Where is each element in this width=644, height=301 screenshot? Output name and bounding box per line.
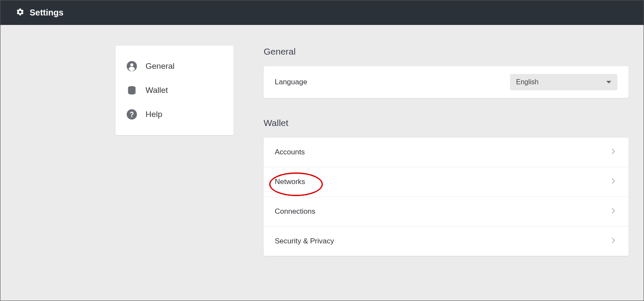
language-label: Language	[275, 78, 307, 86]
row-label: Networks	[275, 178, 305, 186]
language-row: Language English	[264, 66, 629, 98]
general-panel: Language English	[264, 66, 629, 98]
main-container: General Wallet Help General Language Eng…	[0, 25, 644, 256]
page-title: Settings	[30, 8, 64, 18]
caret-down-icon	[606, 81, 611, 83]
sidebar-item-label: Help	[146, 110, 162, 119]
chevron-right-icon	[609, 177, 617, 187]
wallet-row-security[interactable]: Security & Privacy	[264, 227, 629, 256]
language-value: English	[516, 78, 538, 86]
language-dropdown[interactable]: English	[510, 74, 617, 90]
chevron-right-icon	[609, 206, 617, 217]
sidebar-item-general[interactable]: General	[115, 54, 234, 78]
wallet-row-networks[interactable]: Networks	[264, 167, 629, 197]
chevron-right-icon	[609, 147, 617, 157]
sidebar-item-label: General	[146, 61, 175, 71]
app-header: Settings	[0, 0, 644, 25]
row-label: Security & Privacy	[275, 237, 334, 246]
wallet-panel: Accounts Networks Connections Security &…	[264, 138, 629, 256]
wallet-row-connections[interactable]: Connections	[264, 197, 629, 227]
sidebar-item-label: Wallet	[146, 86, 168, 95]
content-area: General Language English Wallet Accounts…	[264, 46, 629, 256]
stack-icon	[126, 84, 138, 96]
sidebar: General Wallet Help	[115, 46, 234, 135]
row-label: Connections	[275, 207, 316, 216]
row-label: Accounts	[275, 148, 305, 157]
wallet-row-accounts[interactable]: Accounts	[264, 138, 629, 167]
sidebar-item-help[interactable]: Help	[115, 102, 234, 126]
svg-point-1	[130, 63, 133, 66]
sidebar-item-wallet[interactable]: Wallet	[115, 78, 234, 102]
help-icon	[126, 108, 138, 120]
chevron-right-icon	[609, 236, 617, 246]
gear-icon	[16, 8, 24, 18]
section-title-wallet: Wallet	[264, 118, 629, 128]
svg-point-4	[131, 116, 133, 117]
section-title-general: General	[264, 46, 629, 57]
person-icon	[126, 60, 138, 72]
